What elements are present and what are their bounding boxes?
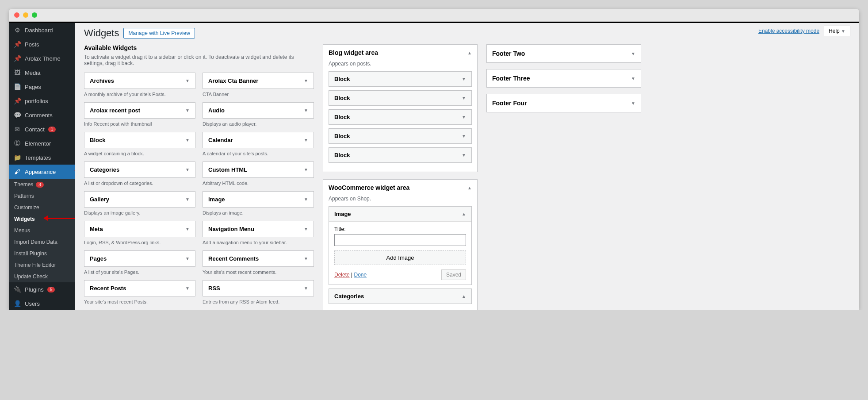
widget-label: Block xyxy=(334,95,350,101)
sidebar-item-portfolios[interactable]: 📌portfolios xyxy=(9,94,75,108)
sidebar-item-comments[interactable]: 💬Comments xyxy=(9,108,75,122)
saved-button[interactable]: Saved xyxy=(441,269,466,280)
chevron-down-icon: ▼ xyxy=(304,78,308,83)
block-widget-header[interactable]: Block▼ xyxy=(329,72,471,86)
sidebar-item-media[interactable]: 🖼Media xyxy=(9,65,75,80)
block-widget-header[interactable]: Block▼ xyxy=(329,110,471,124)
widget-pages[interactable]: Pages▼ xyxy=(84,250,195,267)
add-image-button[interactable]: Add Image xyxy=(334,250,466,265)
footer-area-footer-two[interactable]: Footer Two▼ xyxy=(486,44,641,63)
widget-rss[interactable]: RSS▼ xyxy=(203,280,314,296)
menu-icon: 🖼 xyxy=(13,69,21,77)
block-widget-header[interactable]: Block▼ xyxy=(329,129,471,143)
sidebar-item-arolax-theme[interactable]: 📌Arolax Theme xyxy=(9,51,75,65)
menu-icon: 📌 xyxy=(13,40,21,48)
chevron-up-icon: ▲ xyxy=(467,50,472,55)
chevron-down-icon: ▼ xyxy=(304,197,308,202)
widget-name: Navigation Menu xyxy=(208,226,254,232)
sidebar-item-dashboard[interactable]: ⚙Dashboard xyxy=(9,23,75,37)
sidebar-item-templates[interactable]: 📁Templates xyxy=(9,150,75,165)
sidebar-item-posts[interactable]: 📌Posts xyxy=(9,37,75,51)
submenu-item-import-demo-data[interactable]: Import Demo Data xyxy=(9,236,75,248)
submenu-item-widgets[interactable]: WidgetsStep - 2 xyxy=(9,213,75,225)
title-input[interactable] xyxy=(334,234,466,246)
widget-gallery[interactable]: Gallery▼ xyxy=(84,191,195,208)
submenu-label: Widgets xyxy=(14,216,35,222)
available-widget-cell: Navigation Menu▼Add a navigation menu to… xyxy=(203,221,314,247)
sidebar-item-elementor[interactable]: ⒺElementor xyxy=(9,136,75,150)
placed-block-widget: Block▼ xyxy=(329,147,472,163)
page-header: Widgets Manage with Live Preview xyxy=(84,27,850,39)
footer-area-footer-three[interactable]: Footer Three▼ xyxy=(486,69,641,88)
widget-meta[interactable]: Meta▼ xyxy=(84,221,195,237)
chevron-down-icon: ▼ xyxy=(185,138,190,142)
accessibility-mode-link[interactable]: Enable accessibility mode xyxy=(758,28,819,34)
chevron-down-icon: ▼ xyxy=(631,51,635,56)
categories-widget-header[interactable]: Categories ▲ xyxy=(329,289,471,304)
sidebar-item-contact[interactable]: ✉Contact1 xyxy=(9,122,75,136)
available-widget-cell: Block▼A widget containing a block. xyxy=(84,132,195,158)
widget-arolax-cta-banner[interactable]: Arolax Cta Banner▼ xyxy=(203,73,314,89)
widget-navigation-menu[interactable]: Navigation Menu▼ xyxy=(203,221,314,237)
maximize-dot[interactable] xyxy=(32,12,37,18)
widget-audio[interactable]: Audio▼ xyxy=(203,102,314,119)
close-dot[interactable] xyxy=(14,12,19,18)
chevron-up-icon: ▲ xyxy=(467,185,472,190)
blog-area-header[interactable]: Blog widget area ▲ xyxy=(323,45,477,61)
submenu-item-patterns[interactable]: Patterns xyxy=(9,190,75,202)
widget-description: CTA Banner xyxy=(203,92,314,97)
chevron-down-icon: ▼ xyxy=(462,153,466,158)
block-widget-header[interactable]: Block▼ xyxy=(329,148,471,162)
footer-area-footer-four[interactable]: Footer Four▼ xyxy=(486,94,641,112)
done-link[interactable]: Done xyxy=(354,272,367,278)
widget-description: Your site's most recent Posts. xyxy=(84,299,195,304)
widget-recent-posts[interactable]: Recent Posts▼ xyxy=(84,280,195,296)
widget-name: Calendar xyxy=(208,137,233,143)
submenu-item-update-check[interactable]: Update Check xyxy=(9,271,75,282)
available-widget-cell: RSS▼Entries from any RSS or Atom feed. xyxy=(203,280,314,306)
sidebar-item-users[interactable]: 👤Users xyxy=(9,296,75,310)
live-preview-button[interactable]: Manage with Live Preview xyxy=(123,28,195,38)
block-widget-header[interactable]: Block▼ xyxy=(329,91,471,105)
image-widget-header[interactable]: Image ▲ xyxy=(329,207,471,221)
minimize-dot[interactable] xyxy=(23,12,28,18)
submenu-item-theme-file-editor[interactable]: Theme File Editor xyxy=(9,259,75,271)
chevron-down-icon: ▼ xyxy=(304,286,308,291)
sidebar-item-pages[interactable]: 📄Pages xyxy=(9,80,75,94)
available-widget-cell: Custom HTML▼Arbitrary HTML code. xyxy=(203,162,314,188)
count-badge: 5 xyxy=(47,287,55,292)
submenu-item-themes[interactable]: Themes3 xyxy=(9,179,75,190)
widget-description: Arbitrary HTML code. xyxy=(203,181,314,186)
widget-recent-comments[interactable]: Recent Comments▼ xyxy=(203,250,314,267)
menu-icon: 🔌 xyxy=(13,285,21,293)
submenu-item-install-plugins[interactable]: Install Plugins xyxy=(9,248,75,259)
widget-label: Block xyxy=(334,76,350,82)
widget-block[interactable]: Block▼ xyxy=(84,132,195,148)
submenu-label: Themes xyxy=(14,181,33,188)
widget-description: A list of your site's Pages. xyxy=(84,269,195,275)
chevron-down-icon: ▼ xyxy=(304,167,308,172)
widget-arolax-recent-post[interactable]: Arolax recent post▼ xyxy=(84,102,195,119)
sidebar-item-appearance[interactable]: 🖌AppearanceStep - 1 xyxy=(9,165,75,179)
widget-label: Block xyxy=(334,152,350,158)
sidebar-item-plugins[interactable]: 🔌Plugins5 xyxy=(9,282,75,296)
widget-archives[interactable]: Archives▼ xyxy=(84,73,195,89)
available-widget-cell: Calendar▼A calendar of your site's posts… xyxy=(203,132,314,158)
submenu-item-customize[interactable]: Customize xyxy=(9,202,75,213)
delete-link[interactable]: Delete xyxy=(334,272,350,278)
submenu-item-menus[interactable]: Menus xyxy=(9,225,75,236)
woo-area-header[interactable]: WooCommerce widget area ▲ xyxy=(323,180,477,196)
help-tab[interactable]: Help ▼ xyxy=(824,26,850,36)
chevron-down-icon: ▼ xyxy=(462,134,466,138)
count-badge: 3 xyxy=(36,182,44,188)
available-widgets-column: Available Widgets To activate a widget d… xyxy=(84,44,314,310)
widget-calendar[interactable]: Calendar▼ xyxy=(203,132,314,148)
chevron-down-icon: ▼ xyxy=(185,286,190,291)
widget-custom-html[interactable]: Custom HTML▼ xyxy=(203,162,314,178)
placed-block-widget: Block▼ xyxy=(329,109,472,125)
widget-image[interactable]: Image▼ xyxy=(203,191,314,208)
mac-titlebar xyxy=(9,9,859,22)
menu-icon: 💬 xyxy=(13,111,21,119)
widget-categories[interactable]: Categories▼ xyxy=(84,162,195,178)
sidebar-item-label: Plugins xyxy=(25,286,44,293)
